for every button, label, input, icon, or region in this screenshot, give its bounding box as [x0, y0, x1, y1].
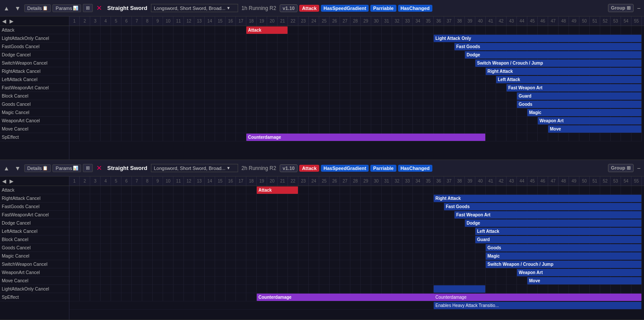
collapse-down-btn-2[interactable]: ▼	[13, 164, 23, 173]
frame-num-17: 17	[236, 176, 246, 186]
frame-next-1[interactable]: ▶	[8, 18, 15, 24]
grid-col-21	[298, 186, 298, 301]
expand-btn-1[interactable]: −	[635, 4, 642, 13]
bar-panel1-13: Move	[548, 125, 641, 133]
toolbar-1: ▲ ▼ Details 📋 Params 📊 ⊞ ✕ Straight Swor…	[0, 0, 644, 16]
frame-num-21: 21	[278, 16, 288, 26]
grid-col-4	[121, 186, 121, 301]
details-label-2: Details	[27, 166, 42, 171]
attack-badge-2[interactable]: Attack	[299, 165, 319, 172]
frame-num-14: 14	[205, 176, 215, 186]
collapse-up-btn-1[interactable]: ▲	[2, 4, 11, 13]
frame-num-24: 24	[309, 16, 319, 26]
frame-num-16: 16	[226, 176, 236, 186]
speedgradient-badge-2[interactable]: HasSpeedGradient	[321, 165, 369, 172]
frame-num-32: 32	[392, 16, 402, 26]
frame-num-9: 9	[153, 176, 163, 186]
timeline-grid-1: 1234567891011121314151617181920212223242…	[69, 16, 644, 160]
frame-num-15: 15	[215, 176, 226, 186]
row-label-block-1: Block Cancel	[0, 92, 69, 100]
grid-col-23	[319, 26, 319, 141]
grid-col-33	[423, 26, 423, 141]
frame-num-27: 27	[340, 16, 350, 26]
bar-panel1-5: Switch Weapon / Crouch / Jump	[475, 59, 641, 67]
frame-num-13: 13	[194, 16, 205, 26]
grid-col-15	[235, 186, 236, 301]
attack-badge-1[interactable]: Attack	[299, 5, 319, 12]
frame-num-39: 39	[465, 176, 475, 186]
grid-col-18	[267, 186, 267, 301]
grid-col-31	[402, 186, 402, 301]
close-btn-2[interactable]: ✕	[95, 164, 104, 172]
grid-col-6	[142, 186, 142, 301]
row-label-weaponart-1: WeaponArt Cancel	[0, 117, 69, 125]
weapon-type-dropdown-2[interactable]: Longsword, Short Sword, Broad... ▾	[151, 164, 238, 172]
grid-row-0	[69, 26, 642, 34]
frame-num-28: 28	[350, 16, 361, 26]
grid-col-54	[641, 186, 642, 301]
bar-panel1-4: Dodge	[465, 51, 641, 59]
frame-num-37: 37	[444, 176, 454, 186]
parriable-badge-1[interactable]: Parriable	[370, 5, 396, 12]
frame-num-2: 2	[80, 16, 90, 26]
grid-col-0	[79, 26, 80, 141]
frame-num-48: 48	[559, 176, 569, 186]
frame-num-29: 29	[361, 16, 371, 26]
frame-num-33: 33	[402, 16, 413, 26]
grid-col-0	[79, 186, 80, 301]
frame-prev-1[interactable]: ◀	[1, 18, 7, 24]
bar-panel1-1: Counterdamage	[246, 134, 485, 141]
grid-col-28	[371, 186, 371, 301]
frame-num-36: 36	[434, 16, 444, 26]
group-badge-1[interactable]: Group ⊞	[608, 4, 634, 12]
params-btn-2[interactable]: Params 📊	[52, 164, 81, 172]
collapse-up-btn-2[interactable]: ▲	[2, 164, 11, 173]
params-btn-1[interactable]: Params 📊	[52, 4, 81, 12]
frame-num-8: 8	[142, 16, 153, 26]
frame-num-25: 25	[319, 176, 330, 186]
panel-1: ▲ ▼ Details 📋 Params 📊 ⊞ ✕ Straight Swor…	[0, 0, 644, 160]
weapon-type-dropdown-1[interactable]: Longsword, Short Sword, Broad... ▾	[151, 4, 238, 12]
speedgradient-badge-1[interactable]: HasSpeedGradient	[321, 5, 369, 12]
frame-num-55: 55	[631, 176, 642, 186]
row-label-leftattack-2: LeftAttack Cancel	[0, 227, 69, 235]
changed-badge-1[interactable]: HasChanged	[398, 5, 432, 12]
row-label-move-2: Move Cancel	[0, 277, 69, 285]
frame-num-35: 35	[423, 176, 434, 186]
changed-badge-2[interactable]: HasChanged	[398, 165, 432, 172]
frame-next-2[interactable]: ▶	[8, 178, 15, 184]
bar-panel1-7: Left Attack	[496, 76, 641, 83]
frame-num-10: 10	[163, 16, 173, 26]
frame-numbers-2: 1234567891011121314151617181920212223242…	[69, 176, 644, 186]
grid-col-22	[308, 186, 309, 301]
group-badge-2[interactable]: Group ⊞	[608, 164, 634, 172]
details-btn-2[interactable]: Details 📋	[24, 164, 51, 172]
frame-prev-2[interactable]: ◀	[1, 178, 7, 184]
weapon-type-label-1: Longsword, Short Sword, Broad...	[154, 6, 226, 11]
close-btn-1[interactable]: ✕	[95, 4, 104, 12]
grid-col-27	[360, 186, 361, 301]
details-btn-1[interactable]: Details 📋	[24, 4, 51, 12]
frame-num-33: 33	[402, 176, 413, 186]
grid-col-1	[90, 186, 90, 301]
row-label-leftattack-1: LeftAttack Cancel	[0, 75, 69, 84]
params-label-1: Params	[56, 6, 72, 11]
frame-num-41: 41	[486, 16, 496, 26]
row-label-switchweapon-1: SwitchWeapon Cancel	[0, 59, 69, 67]
frame-num-50: 50	[579, 176, 590, 186]
parriable-badge-2[interactable]: Parriable	[370, 165, 396, 172]
frame-num-23: 23	[298, 16, 309, 26]
frame-num-29: 29	[361, 176, 371, 186]
frame-num-9: 9	[153, 16, 163, 26]
expand-btn-2[interactable]: −	[635, 164, 642, 173]
panel-2: ▲ ▼ Details 📋 Params 📊 ⊞ ✕ Straight Swor…	[0, 160, 644, 320]
collapse-down-btn-1[interactable]: ▼	[13, 4, 23, 13]
frame-num-34: 34	[413, 16, 423, 26]
grid-col-7	[152, 26, 153, 141]
grid-col-27	[360, 26, 361, 141]
grid-btn-1[interactable]: ⊞	[83, 4, 93, 12]
grid-btn-2[interactable]: ⊞	[83, 164, 93, 172]
frame-num-55: 55	[631, 16, 642, 26]
row-label-goods-2: Goods Cancel	[0, 244, 69, 252]
frame-num-53: 53	[611, 16, 621, 26]
